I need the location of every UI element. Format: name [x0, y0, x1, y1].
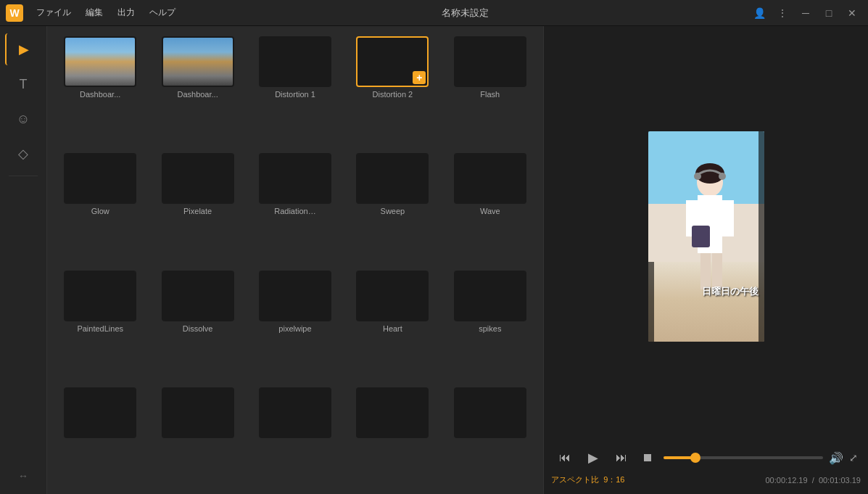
minimize-button[interactable]: ─: [795, 3, 816, 23]
effect-flash[interactable]: Flash: [445, 33, 536, 144]
effect-thumb-radiation: [259, 153, 331, 204]
effect-thumb-sweep: [356, 153, 429, 204]
effect-thumb-distortion1: [259, 36, 331, 87]
effect-thumb-row4c: [259, 387, 331, 438]
play-button[interactable]: ▶: [581, 445, 605, 470]
sidebar-expand[interactable]: ↔: [5, 465, 41, 487]
effect-dashboar2[interactable]: Dashboar...: [152, 33, 243, 144]
effect-dissolve[interactable]: Dissolve: [152, 268, 243, 379]
effect-label-pixelate: Pixelate: [183, 207, 212, 215]
menu-edit[interactable]: 編集: [80, 5, 109, 20]
stop-button[interactable]: ⏹: [637, 448, 658, 468]
text-icon: T: [20, 77, 28, 92]
menu-bar: ファイル 編集 出力 ヘルプ: [30, 5, 181, 20]
close-button[interactable]: ✕: [842, 3, 862, 23]
effect-thumb-dashboar1: [64, 36, 136, 87]
svg-point-10: [694, 173, 701, 180]
menu-output[interactable]: 出力: [112, 5, 141, 20]
effect-label-pixelwipe: pixelwipe: [278, 324, 311, 333]
effect-distortion1[interactable]: Distortion 1: [249, 33, 341, 144]
effect-row4b[interactable]: [152, 384, 243, 487]
aspect-ratio-label: アスペクト比: [551, 475, 599, 484]
effect-label-dashboar2: Dashboar...: [177, 90, 218, 99]
effect-glow[interactable]: Glow: [54, 150, 146, 261]
effect-thumb-glow: [64, 153, 136, 204]
overlay-icon: ◇: [18, 146, 28, 162]
effect-label-dashboar1: Dashboar...: [80, 90, 120, 99]
more-button[interactable]: ⋮: [772, 3, 793, 23]
effect-label-glow: Glow: [91, 207, 109, 215]
effect-label-distortion2: Distortion 2: [373, 90, 413, 99]
volume-button[interactable]: 🔊: [829, 451, 843, 465]
svg-rect-8: [700, 253, 711, 289]
window-title: 名称未設定: [181, 7, 749, 20]
effect-thumb-row4a: [64, 387, 136, 438]
effect-thumb-row4d: [356, 387, 429, 438]
time-total: 00:01:03.19: [819, 476, 861, 485]
user-button[interactable]: 👤: [749, 3, 769, 23]
effect-distortion2[interactable]: + Distortion 2: [347, 33, 438, 144]
effect-pixelate[interactable]: Pixelate: [152, 150, 243, 261]
effect-thumb-pixelate: [162, 153, 234, 204]
sidebar-divider: [9, 176, 38, 176]
effects-grid: Dashboar... Dashboar... Distortion 1 + D…: [47, 26, 543, 494]
svg-rect-9: [712, 253, 722, 289]
fullscreen-button[interactable]: ⤢: [849, 452, 858, 464]
video-icon: ▶: [19, 41, 29, 57]
effect-pixelwipe[interactable]: pixelwipe: [249, 268, 341, 379]
add-effect-button[interactable]: +: [413, 71, 426, 84]
effect-spikes[interactable]: spikes: [445, 268, 536, 379]
effect-wave[interactable]: Wave: [445, 150, 536, 261]
preview-controls: ⏮ ▶ ⏭ ⏹ 🔊 ⤢: [551, 440, 861, 473]
effect-heart[interactable]: Heart: [347, 268, 438, 379]
app-logo: W: [6, 4, 23, 22]
sidebar-item-sticker[interactable]: ☺: [5, 103, 41, 135]
effect-label-wave: Wave: [480, 207, 500, 215]
main-layout: ▶ T ☺ ◇ ↔ Dashboar... Dashboar...: [0, 26, 868, 494]
preview-image: 日曜日の午後: [648, 131, 764, 342]
aspect-ratio-value: 9：16: [603, 475, 624, 484]
effect-label-distortion1: Distortion 1: [275, 90, 315, 99]
sidebar: ▶ T ☺ ◇ ↔: [0, 26, 47, 494]
sidebar-item-video[interactable]: ▶: [5, 33, 41, 65]
fast-forward-button[interactable]: ⏭: [611, 448, 632, 468]
effect-thumb-pixelwipe: [259, 271, 331, 321]
effect-thumb-row4b: [162, 387, 234, 438]
preview-anime-figure: [648, 131, 764, 342]
preview-meta: アスペクト比 9：16 00:00:12.19 / 00:01:03.19: [551, 473, 861, 487]
svg-rect-7: [692, 226, 710, 247]
effect-label-paintedlines: PaintedLines: [77, 324, 123, 333]
window-controls: 👤 ⋮ ─ □ ✕: [749, 3, 862, 23]
time-display: 00:00:12.19 / 00:01:03.19: [765, 476, 861, 485]
effect-label-spikes: spikes: [479, 324, 501, 333]
effect-paintedlines[interactable]: PaintedLines: [54, 268, 146, 379]
effects-panel: Dashboar... Dashboar... Distortion 1 + D…: [47, 26, 544, 494]
preview-progress-bar[interactable]: [664, 456, 823, 459]
effect-thumb-dissolve: [162, 271, 234, 321]
effect-row4c[interactable]: [249, 384, 341, 487]
sidebar-item-overlay[interactable]: ◇: [5, 138, 41, 170]
preview-panel: 日曜日の午後 ⏮ ▶ ⏭ ⏹ 🔊 ⤢ アスペクト比 9：16 00:00:12.…: [544, 26, 868, 494]
effect-label-radiation: Radiation…: [274, 207, 315, 215]
effect-sweep[interactable]: Sweep: [347, 150, 438, 261]
progress-handle[interactable]: [690, 453, 700, 463]
sidebar-item-text[interactable]: T: [5, 68, 41, 100]
svg-point-11: [719, 173, 726, 180]
effect-row4e[interactable]: [445, 384, 536, 487]
effect-thumb-paintedlines: [64, 271, 136, 321]
expand-icon: ↔: [18, 470, 28, 482]
menu-file[interactable]: ファイル: [30, 5, 77, 20]
preview-text-overlay: 日曜日の午後: [702, 285, 759, 298]
effect-thumb-row4e: [454, 387, 526, 438]
effect-thumb-heart: [356, 271, 429, 321]
effect-dashboar1[interactable]: Dashboar...: [54, 33, 146, 144]
rewind-button[interactable]: ⏮: [555, 448, 575, 468]
effect-row4a[interactable]: [54, 384, 146, 487]
preview-container: 日曜日の午後: [551, 33, 861, 440]
time-current: 00:00:12.19: [765, 476, 807, 485]
maximize-button[interactable]: □: [819, 3, 839, 23]
menu-help[interactable]: ヘルプ: [144, 5, 181, 20]
effect-row4d[interactable]: [347, 384, 438, 487]
effect-label-heart: Heart: [383, 324, 402, 333]
effect-radiation[interactable]: Radiation…: [249, 150, 341, 261]
